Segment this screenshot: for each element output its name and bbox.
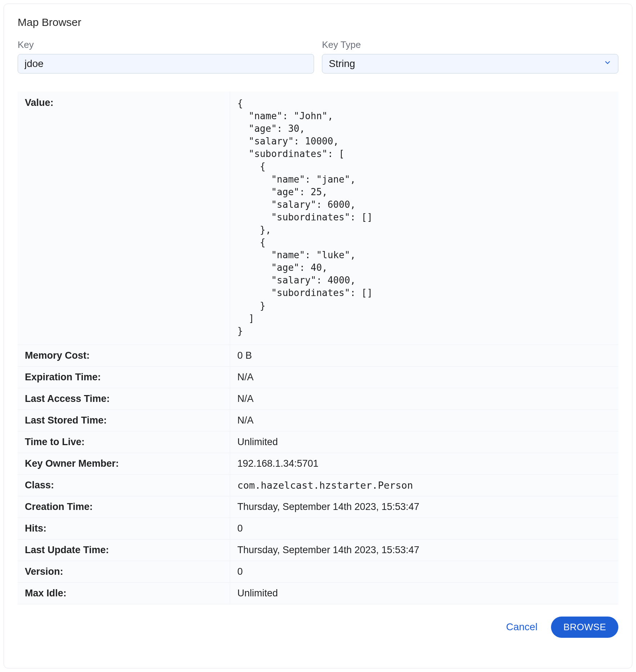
detail-row: Version:0 xyxy=(18,561,618,583)
key-label: Key xyxy=(18,39,314,50)
detail-row-value: 0 xyxy=(230,518,618,539)
detail-row-label: Max Idle: xyxy=(18,583,230,604)
detail-row-label: Memory Cost: xyxy=(18,345,230,366)
detail-row-value: N/A xyxy=(230,410,618,431)
key-type-field: Key Type String xyxy=(322,39,618,73)
detail-row-value: N/A xyxy=(230,367,618,388)
detail-row-label: Hits: xyxy=(18,518,230,539)
detail-row-value: com.hazelcast.hzstarter.Person xyxy=(230,475,618,496)
details-table: Value: { "name": "John", "age": 30, "sal… xyxy=(18,91,618,604)
detail-row-value: Unlimited xyxy=(230,431,618,453)
detail-row-label: Key Owner Member: xyxy=(18,453,230,474)
detail-row-label: Version: xyxy=(18,561,230,582)
detail-row-label: Last Update Time: xyxy=(18,539,230,561)
key-type-value: String xyxy=(322,54,618,73)
map-browser-panel: Map Browser Key Key Type String Value: {… xyxy=(4,4,632,668)
detail-row: Key Owner Member:192.168.1.34:5701 xyxy=(18,453,618,475)
detail-row-label: Class: xyxy=(18,475,230,496)
detail-row: Last Stored Time:N/A xyxy=(18,410,618,431)
browse-button[interactable]: BROWSE xyxy=(551,617,618,638)
key-type-select[interactable]: String xyxy=(322,54,618,73)
form-row: Key Key Type String xyxy=(18,39,618,73)
detail-row-value: 192.168.1.34:5701 xyxy=(230,453,618,474)
detail-row: Memory Cost:0 B xyxy=(18,345,618,367)
value-json: { "name": "John", "age": 30, "salary": 1… xyxy=(237,97,611,337)
detail-row-label: Creation Time: xyxy=(18,496,230,518)
detail-row: Time to Live:Unlimited xyxy=(18,431,618,453)
value-row-value: { "name": "John", "age": 30, "salary": 1… xyxy=(230,91,618,345)
key-field: Key xyxy=(18,39,314,73)
detail-row: Hits:0 xyxy=(18,518,618,539)
detail-row-value: Thursday, September 14th 2023, 15:53:47 xyxy=(230,539,618,561)
detail-row-label: Last Access Time: xyxy=(18,388,230,409)
detail-row: Expiration Time:N/A xyxy=(18,367,618,388)
panel-title: Map Browser xyxy=(18,16,618,28)
detail-row: Last Update Time:Thursday, September 14t… xyxy=(18,539,618,561)
value-row-label: Value: xyxy=(18,91,230,345)
actions-bar: Cancel BROWSE xyxy=(18,617,618,638)
cancel-button[interactable]: Cancel xyxy=(502,618,541,636)
value-row: Value: { "name": "John", "age": 30, "sal… xyxy=(18,91,618,345)
detail-row-label: Expiration Time: xyxy=(18,367,230,388)
detail-row-label: Time to Live: xyxy=(18,431,230,453)
detail-row-value: N/A xyxy=(230,388,618,409)
detail-row-value: 0 B xyxy=(230,345,618,366)
detail-row-label: Last Stored Time: xyxy=(18,410,230,431)
detail-row: Last Access Time:N/A xyxy=(18,388,618,410)
detail-row-value: 0 xyxy=(230,561,618,582)
detail-row: Creation Time:Thursday, September 14th 2… xyxy=(18,496,618,518)
key-type-label: Key Type xyxy=(322,39,618,50)
detail-row-value: Unlimited xyxy=(230,583,618,604)
key-input[interactable] xyxy=(18,54,314,73)
detail-row-value: Thursday, September 14th 2023, 15:53:47 xyxy=(230,496,618,518)
detail-row: Max Idle:Unlimited xyxy=(18,583,618,604)
detail-row: Class:com.hazelcast.hzstarter.Person xyxy=(18,475,618,496)
